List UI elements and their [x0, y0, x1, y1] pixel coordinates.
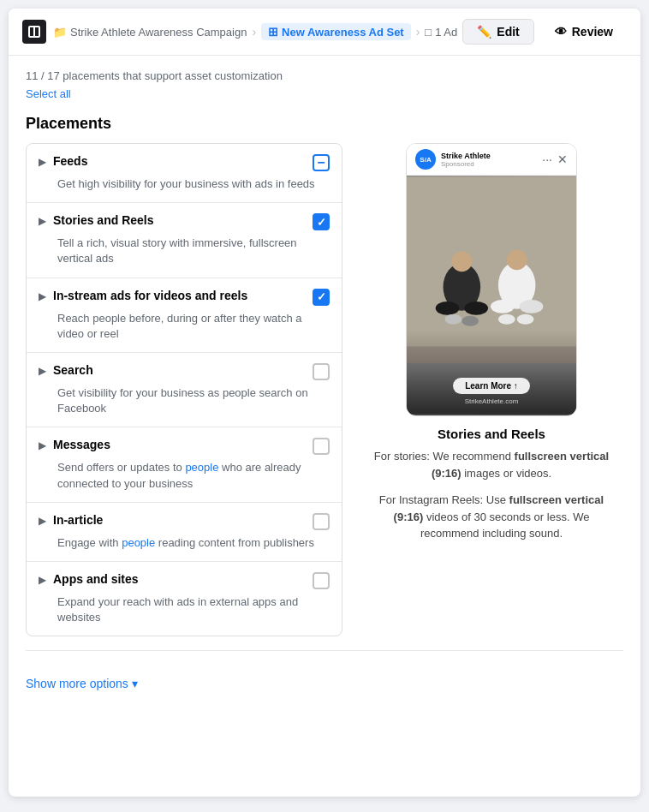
chevron-down-icon: ▾	[132, 677, 138, 690]
learn-more-button[interactable]: Learn More ↑	[453, 378, 530, 394]
checkbox-inarticle[interactable]	[313, 513, 330, 530]
placement-item-stories: ▶ Stories and Reels ✓ Tell a rich, visua…	[27, 203, 342, 278]
pencil-icon: ✏️	[477, 25, 491, 39]
people-link-messages[interactable]: people	[185, 461, 218, 474]
svg-rect-1	[407, 176, 576, 346]
breadcrumb-sep-1: ›	[252, 25, 256, 39]
svg-point-5	[464, 302, 488, 315]
chevron-icon-search[interactable]: ▶	[39, 365, 46, 377]
chevron-icon-inarticle[interactable]: ▶	[39, 515, 46, 527]
placement-name-apps: Apps and sites	[53, 572, 306, 586]
placement-item-search: ▶ Search Get visibility for your busines…	[27, 353, 342, 427]
placement-desc-messages: Send offers or updates to people who are…	[39, 460, 330, 491]
chevron-icon-instream[interactable]: ▶	[39, 290, 46, 302]
phone-preview: S/A Strike Athlete Sponsored ··· ✕	[406, 143, 577, 416]
sidebar-toggle-icon	[28, 26, 40, 38]
placement-item-apps: ▶ Apps and sites Expand your reach with …	[27, 562, 342, 636]
progress-bar-container	[407, 144, 576, 146]
svg-point-10	[445, 314, 462, 325]
checkbox-search[interactable]	[313, 363, 330, 380]
select-all-link[interactable]: Select all	[26, 87, 71, 100]
checkbox-stories[interactable]: ✓	[313, 213, 330, 230]
placement-desc-feeds: Get high visibility for your business wi…	[39, 176, 330, 192]
progress-bar-fill	[407, 144, 466, 146]
breadcrumb: 📁 Strike Athlete Awareness Campaign › ⊞ …	[53, 23, 457, 40]
breadcrumb-sep-2: ›	[416, 25, 420, 39]
people-link-inarticle[interactable]: people	[122, 536, 155, 549]
breadcrumb-ad[interactable]: □ 1 Ad	[425, 26, 457, 39]
placement-header-inarticle: ▶ In-article	[39, 513, 330, 530]
svg-point-12	[498, 314, 515, 325]
placement-header-feeds: ▶ Feeds −	[39, 154, 330, 171]
placements-title: Placements	[26, 115, 623, 133]
phone-account-name: Strike Athlete	[441, 152, 491, 160]
placement-header-instream: ▶ In-stream ads for videos and reels ✓	[39, 289, 330, 306]
svg-point-9	[520, 300, 544, 313]
placement-header-messages: ▶ Messages	[39, 438, 330, 455]
svg-point-7	[507, 250, 527, 271]
breadcrumb-adset[interactable]: ⊞ New Awareness Ad Set	[261, 23, 411, 40]
minus-icon-feeds: −	[317, 156, 324, 170]
svg-point-4	[436, 302, 460, 315]
folder-icon: 📁	[53, 26, 67, 39]
placement-desc-inarticle: Engage with people reading content from …	[39, 535, 330, 551]
chevron-icon-stories[interactable]: ▶	[39, 215, 46, 227]
placement-name-feeds: Feeds	[53, 154, 306, 168]
preview-description-2: For Instagram Reels: Use fullscreen vert…	[360, 492, 623, 542]
placement-desc-search: Get visibility for your business as peop…	[39, 385, 330, 416]
checkbox-apps[interactable]	[313, 572, 330, 589]
placement-name-stories: Stories and Reels	[53, 213, 306, 227]
placement-name-instream: In-stream ads for videos and reels	[53, 289, 306, 302]
phone-account-sub: Sponsored	[441, 160, 491, 168]
placement-header-apps: ▶ Apps and sites	[39, 572, 330, 589]
sidebar-toggle-button[interactable]	[22, 20, 46, 44]
learn-more-url: StrikeAthlete.com	[465, 397, 519, 405]
checkbox-feeds[interactable]: −	[313, 154, 330, 171]
placement-header-stories: ▶ Stories and Reels ✓	[39, 213, 330, 230]
placement-name-inarticle: In-article	[53, 513, 306, 527]
main-card: 📁 Strike Athlete Awareness Campaign › ⊞ …	[9, 9, 640, 797]
placement-item-instream: ▶ In-stream ads for videos and reels ✓ R…	[27, 278, 342, 353]
avatar: S/A	[415, 149, 436, 170]
header: 📁 Strike Athlete Awareness Campaign › ⊞ …	[9, 9, 640, 56]
dots-icon: ···	[542, 152, 552, 166]
eye-icon: 👁	[555, 25, 567, 39]
checkbox-messages[interactable]	[313, 438, 330, 455]
placement-item-messages: ▶ Messages Send offers or updates to peo…	[27, 427, 342, 502]
placement-header-search: ▶ Search	[39, 363, 330, 380]
divider	[26, 650, 623, 651]
placement-desc-stories: Tell a rich, visual story with immersive…	[39, 236, 330, 266]
svg-point-8	[491, 300, 515, 313]
phone-image-content: Learn More ↑ StrikeAthlete.com	[407, 367, 576, 415]
review-button[interactable]: 👁 Review	[541, 20, 627, 44]
chevron-icon-apps[interactable]: ▶	[39, 574, 46, 586]
placements-count: 11 / 17 placements that support asset cu…	[26, 69, 623, 82]
svg-point-13	[517, 314, 534, 325]
placement-name-messages: Messages	[53, 438, 306, 451]
grid-icon: ⊞	[268, 25, 278, 39]
check-icon-stories: ✓	[317, 217, 326, 228]
phone-top-bar: S/A Strike Athlete Sponsored ··· ✕	[407, 144, 576, 176]
chevron-icon-feeds[interactable]: ▶	[39, 156, 46, 168]
placement-name-search: Search	[53, 363, 306, 377]
main-layout: ▶ Feeds − Get high visibility for your b…	[26, 143, 623, 636]
show-more-button[interactable]: Show more options ▾	[26, 668, 623, 699]
chevron-icon-messages[interactable]: ▶	[39, 439, 46, 451]
placements-list: ▶ Feeds − Get high visibility for your b…	[26, 143, 342, 636]
placement-desc-apps: Expand your reach with ads in external a…	[39, 594, 330, 625]
header-actions: ✏️ Edit 👁 Review	[462, 19, 627, 45]
content-area: 11 / 17 placements that support asset cu…	[9, 56, 640, 713]
svg-point-3	[451, 252, 472, 272]
check-icon-instream: ✓	[317, 291, 326, 302]
preview-panel: S/A Strike Athlete Sponsored ··· ✕	[360, 143, 623, 542]
breadcrumb-campaign[interactable]: 📁 Strike Athlete Awareness Campaign	[53, 26, 247, 39]
preview-description-1: For stories: We recommend fullscreen ver…	[360, 448, 623, 481]
placement-desc-instream: Reach people before, during or after the…	[39, 311, 330, 342]
breadcrumb-area: 📁 Strike Athlete Awareness Campaign › ⊞ …	[22, 20, 462, 44]
checkbox-instream[interactable]: ✓	[313, 289, 330, 306]
edit-button[interactable]: ✏️ Edit	[462, 19, 533, 45]
close-icon: ✕	[557, 152, 568, 166]
ad-icon: □	[425, 26, 432, 39]
placement-item-feeds: ▶ Feeds − Get high visibility for your b…	[27, 144, 342, 203]
svg-point-11	[461, 316, 479, 326]
